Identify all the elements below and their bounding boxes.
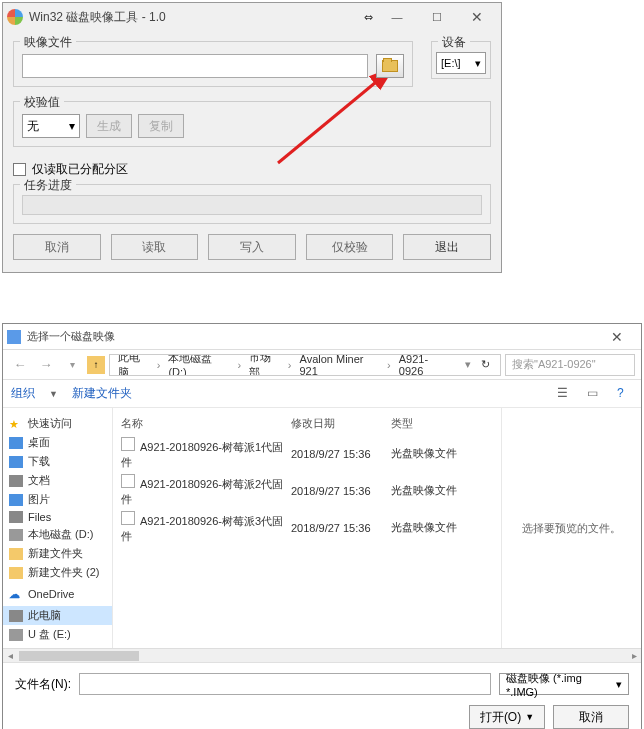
star-icon: ★ bbox=[9, 418, 23, 430]
sidebar-item[interactable]: ☁OneDrive bbox=[3, 586, 112, 602]
cancel-button[interactable]: 取消 bbox=[13, 234, 101, 260]
refresh-icon[interactable]: ↻ bbox=[475, 358, 496, 371]
hash-select[interactable]: 无▾ bbox=[22, 114, 80, 138]
sidebar-item[interactable]: ★快速访问 bbox=[3, 414, 112, 433]
sidebar-item[interactable]: U 盘 (F:) bbox=[3, 644, 112, 648]
sidebar-item-label: 新建文件夹 (2) bbox=[28, 565, 100, 580]
filename-input[interactable] bbox=[79, 673, 491, 695]
copy-button[interactable]: 复制 bbox=[138, 114, 184, 138]
file-row[interactable]: A921-20180926-树莓派1代固件2018/9/27 15:36光盘映像… bbox=[121, 435, 493, 472]
sidebar-item-label: U 盘 (E:) bbox=[28, 627, 71, 642]
resize-handle-icon[interactable]: ⇔ bbox=[359, 11, 377, 24]
search-input[interactable]: 搜索"A921-0926" bbox=[505, 354, 635, 376]
column-date[interactable]: 修改日期 bbox=[291, 416, 391, 431]
chevron-down-icon: ▾ bbox=[69, 119, 75, 133]
chevron-down-icon: ▾ bbox=[475, 57, 481, 70]
folder-icon bbox=[9, 548, 23, 560]
folder-icon bbox=[382, 60, 398, 72]
sidebar-item-label: 快速访问 bbox=[28, 416, 72, 431]
sidebar-item[interactable]: 此电脑 bbox=[3, 606, 112, 625]
column-type[interactable]: 类型 bbox=[391, 416, 493, 431]
download-icon bbox=[9, 456, 23, 468]
read-allocated-label: 仅读取已分配分区 bbox=[32, 161, 128, 178]
file-icon bbox=[121, 474, 135, 488]
preview-pane: 选择要预览的文件。 bbox=[501, 408, 641, 648]
desktop-icon bbox=[9, 437, 23, 449]
sidebar-item[interactable]: 新建文件夹 bbox=[3, 544, 112, 563]
sidebar-item[interactable]: 桌面 bbox=[3, 433, 112, 452]
nav-back-button[interactable]: ← bbox=[9, 354, 31, 376]
file-icon bbox=[121, 437, 135, 451]
sidebar-item-label: Files bbox=[28, 511, 51, 523]
dialog-title: 选择一个磁盘映像 bbox=[27, 329, 597, 344]
open-button[interactable]: 打开(O)▼ bbox=[469, 705, 545, 729]
sidebar-item[interactable]: 图片 bbox=[3, 490, 112, 509]
file-icon bbox=[121, 511, 135, 525]
sidebar-item-label: 此电脑 bbox=[28, 608, 61, 623]
sidebar-item-label: 下载 bbox=[28, 454, 50, 469]
sidebar-item[interactable]: 文档 bbox=[3, 471, 112, 490]
file-row[interactable]: A921-20180926-树莓派3代固件2018/9/27 15:36光盘映像… bbox=[121, 509, 493, 546]
sidebar-item-label: OneDrive bbox=[28, 588, 74, 600]
exit-button[interactable]: 退出 bbox=[403, 234, 491, 260]
filename-label: 文件名(N): bbox=[15, 676, 71, 693]
device-select[interactable]: [E:\]▾ bbox=[436, 52, 486, 74]
cancel-button[interactable]: 取消 bbox=[553, 705, 629, 729]
pic-icon bbox=[9, 494, 23, 506]
verify-button[interactable]: 仅校验 bbox=[306, 234, 394, 260]
sidebar-item[interactable]: Files bbox=[3, 509, 112, 525]
help-icon[interactable]: ? bbox=[617, 386, 633, 402]
hash-label: 校验值 bbox=[20, 94, 64, 111]
maximize-button[interactable]: ☐ bbox=[417, 7, 457, 27]
nav-history-button[interactable]: ▾ bbox=[61, 354, 83, 376]
filetype-select[interactable]: 磁盘映像 (*.img *.IMG)▾ bbox=[499, 673, 629, 695]
sidebar-item-label: 桌面 bbox=[28, 435, 50, 450]
read-allocated-checkbox[interactable] bbox=[13, 163, 26, 176]
chevron-down-icon: ▼ bbox=[525, 712, 534, 722]
files-icon bbox=[9, 511, 23, 523]
chevron-down-icon: ▾ bbox=[616, 678, 622, 691]
dialog-close-button[interactable]: ✕ bbox=[597, 327, 637, 347]
app-icon bbox=[7, 9, 23, 25]
minimize-button[interactable]: — bbox=[377, 7, 417, 27]
folder-icon bbox=[9, 567, 23, 579]
dialog-icon bbox=[7, 330, 21, 344]
new-folder-button[interactable]: 新建文件夹 bbox=[72, 385, 132, 402]
sidebar-item[interactable]: 新建文件夹 (2) bbox=[3, 563, 112, 582]
device-label: 设备 bbox=[438, 34, 470, 51]
disk-icon bbox=[9, 529, 23, 541]
nav-up-button[interactable]: ↑ bbox=[87, 356, 105, 374]
column-name[interactable]: 名称 bbox=[121, 416, 291, 431]
close-button[interactable]: ✕ bbox=[457, 7, 497, 27]
progress-bar bbox=[22, 195, 482, 215]
sidebar-item[interactable]: 本地磁盘 (D:) bbox=[3, 525, 112, 544]
sidebar-item-label: 本地磁盘 (D:) bbox=[28, 527, 93, 542]
organize-menu[interactable]: 组织 bbox=[11, 385, 35, 402]
sidebar-item[interactable]: U 盘 (E:) bbox=[3, 625, 112, 644]
disk-icon bbox=[9, 629, 23, 641]
sidebar-item-label: 新建文件夹 bbox=[28, 546, 83, 561]
file-row[interactable]: A921-20180926-树莓派2代固件2018/9/27 15:36光盘映像… bbox=[121, 472, 493, 509]
doc-icon bbox=[9, 475, 23, 487]
browse-button[interactable] bbox=[376, 54, 404, 78]
task-progress-label: 任务进度 bbox=[20, 177, 76, 194]
read-button[interactable]: 读取 bbox=[111, 234, 199, 260]
view-icon[interactable]: ☰ bbox=[557, 386, 573, 402]
window-title: Win32 磁盘映像工具 - 1.0 bbox=[29, 9, 359, 26]
sidebar-item-label: 文档 bbox=[28, 473, 50, 488]
onedrive-icon: ☁ bbox=[9, 588, 23, 600]
breadcrumb[interactable]: 此电脑› 本地磁盘 (D:)› 市场部› Avalon Miner 921› A… bbox=[109, 354, 501, 376]
generate-button[interactable]: 生成 bbox=[86, 114, 132, 138]
sidebar-item-label: 图片 bbox=[28, 492, 50, 507]
image-file-label: 映像文件 bbox=[20, 34, 76, 51]
pc-icon bbox=[9, 610, 23, 622]
nav-forward-button[interactable]: → bbox=[35, 354, 57, 376]
horizontal-scrollbar[interactable]: ◂▸ bbox=[3, 648, 641, 662]
sidebar-item[interactable]: 下载 bbox=[3, 452, 112, 471]
image-file-input[interactable] bbox=[22, 54, 368, 78]
preview-toggle-icon[interactable]: ▭ bbox=[587, 386, 603, 402]
disk-icon bbox=[9, 648, 23, 649]
sidebar-item-label: U 盘 (F:) bbox=[28, 646, 70, 648]
write-button[interactable]: 写入 bbox=[208, 234, 296, 260]
